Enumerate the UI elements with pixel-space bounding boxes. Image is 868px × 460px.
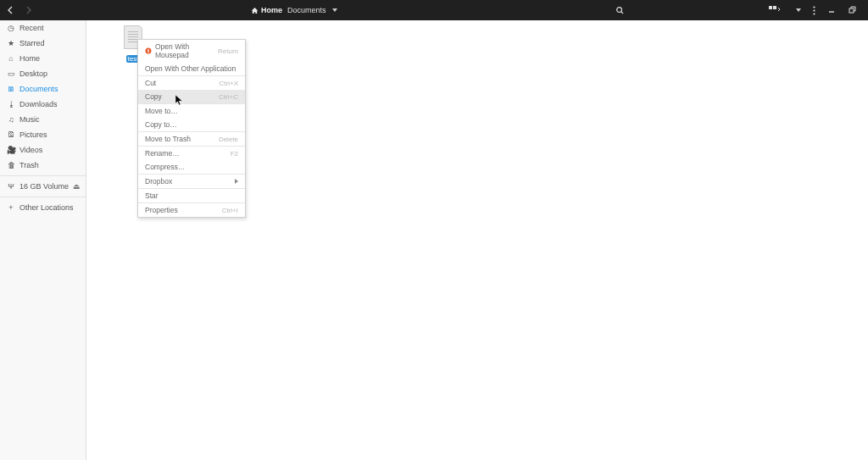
sidebar-item-other-locations[interactable]: +Other Locations <box>0 200 86 215</box>
search-button[interactable] <box>615 6 625 15</box>
sidebar-item-downloads[interactable]: ⭳Downloads <box>0 97 86 112</box>
forward-button[interactable] <box>24 6 32 14</box>
document-icon: 🗎 <box>7 85 15 93</box>
menu-properties[interactable]: PropertiesCtrl+I <box>138 203 245 217</box>
view-toggle-button[interactable] <box>769 6 781 14</box>
menu-move-to-trash[interactable]: Move to TrashDelete <box>138 132 245 146</box>
breadcrumb-documents[interactable]: Documents <box>287 6 337 14</box>
svg-rect-8 <box>147 49 148 53</box>
minimize-button[interactable] <box>827 6 836 14</box>
menu-button[interactable] <box>813 6 815 15</box>
menu-open-with-other[interactable]: Open With Other Application <box>138 62 245 75</box>
music-icon: ♫ <box>7 115 15 124</box>
eject-icon[interactable]: ⏏ <box>73 182 81 191</box>
context-menu: Open With Mousepad Return Open With Othe… <box>137 39 246 218</box>
home-icon: ⌂ <box>7 54 15 63</box>
trash-icon: 🗑 <box>7 161 15 169</box>
maximize-restore-button[interactable] <box>848 6 856 14</box>
sidebar-item-recent[interactable]: ◷Recent <box>0 20 86 36</box>
menu-cut[interactable]: CutCtrl+X <box>138 76 245 90</box>
svg-rect-2 <box>773 6 776 9</box>
sidebar-item-pictures[interactable]: 🖻Pictures <box>0 127 86 142</box>
breadcrumb-home-label: Home <box>261 6 282 14</box>
desktop-icon: ▭ <box>7 69 15 78</box>
svg-point-0 <box>617 7 622 12</box>
video-icon: 🎥 <box>7 146 15 154</box>
chevron-down-icon <box>332 8 337 12</box>
menu-move-to[interactable]: Move to… <box>138 104 245 118</box>
menu-rename[interactable]: Rename…F2 <box>138 147 245 160</box>
back-button[interactable] <box>7 6 15 14</box>
sidebar-item-starred[interactable]: ★Starred <box>0 36 86 51</box>
menu-dropbox[interactable]: Dropbox <box>138 175 245 188</box>
picture-icon: 🖻 <box>7 130 15 139</box>
svg-point-5 <box>813 13 815 14</box>
plus-icon: + <box>7 203 15 212</box>
svg-rect-1 <box>769 6 772 9</box>
usb-icon: Ψ <box>7 182 15 191</box>
star-icon: ★ <box>7 39 15 47</box>
breadcrumb-documents-label: Documents <box>287 6 326 14</box>
sidebar-item-videos[interactable]: 🎥Videos <box>0 142 86 158</box>
svg-rect-6 <box>849 8 854 13</box>
menu-star[interactable]: Star <box>138 189 245 202</box>
sidebar-item-trash[interactable]: 🗑Trash <box>0 158 86 173</box>
content-area[interactable]: test Open With Mousepad Return Open With… <box>86 20 868 460</box>
sidebar-item-home[interactable]: ⌂Home <box>0 51 86 66</box>
svg-point-3 <box>813 6 815 8</box>
sidebar: ◷Recent ★Starred ⌂Home ▭Desktop 🗎Documen… <box>0 20 86 460</box>
sidebar-item-volume[interactable]: Ψ16 GB Volume⏏ <box>0 179 86 194</box>
mousepad-icon <box>145 47 152 54</box>
breadcrumb-home[interactable]: Home <box>251 6 282 14</box>
menu-copy-to[interactable]: Copy to… <box>138 118 245 131</box>
sidebar-item-desktop[interactable]: ▭Desktop <box>0 66 86 81</box>
sidebar-item-documents[interactable]: 🗎Documents <box>0 81 86 97</box>
download-icon: ⭳ <box>7 100 15 108</box>
menu-open-with-mousepad[interactable]: Open With Mousepad Return <box>138 40 245 62</box>
clock-icon: ◷ <box>7 24 15 32</box>
menu-compress[interactable]: Compress… <box>138 160 245 174</box>
svg-point-4 <box>813 9 815 11</box>
sidebar-item-music[interactable]: ♫Music <box>0 112 86 127</box>
breadcrumb: Home Documents <box>251 6 337 14</box>
chevron-down-icon[interactable] <box>793 8 801 12</box>
chevron-right-icon <box>235 179 238 184</box>
menu-copy[interactable]: CopyCtrl+C <box>138 90 245 103</box>
